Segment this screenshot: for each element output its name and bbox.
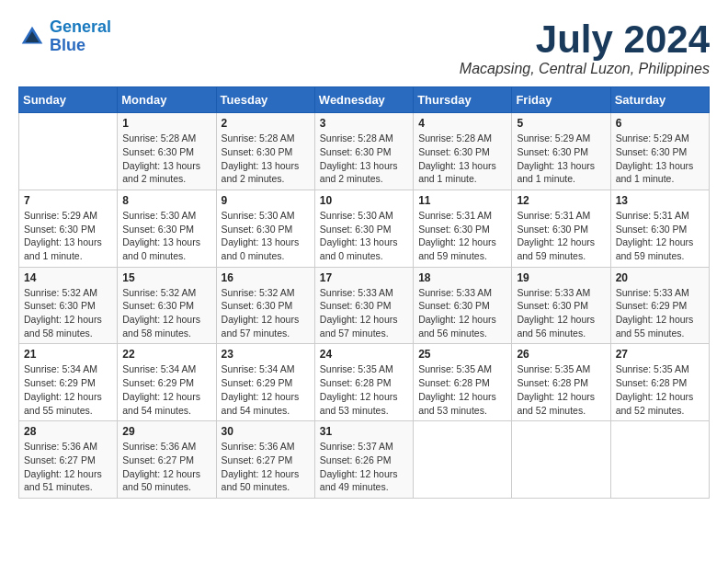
day-number: 29 — [122, 425, 210, 438]
calendar-cell: 27Sunrise: 5:35 AMSunset: 6:28 PMDayligh… — [610, 344, 709, 421]
calendar-cell: 29Sunrise: 5:36 AMSunset: 6:27 PMDayligh… — [118, 421, 216, 499]
day-number: 18 — [418, 271, 506, 284]
calendar-cell: 4Sunrise: 5:28 AMSunset: 6:30 PMDaylight… — [414, 113, 512, 190]
day-info: Sunrise: 5:33 AMSunset: 6:30 PMDaylight:… — [517, 286, 605, 340]
day-number: 31 — [320, 425, 408, 438]
day-number: 6 — [616, 117, 704, 130]
day-number: 5 — [517, 117, 605, 130]
day-number: 8 — [122, 194, 210, 207]
day-info: Sunrise: 5:32 AMSunset: 6:30 PMDaylight:… — [122, 286, 210, 340]
weekday-header-row: SundayMondayTuesdayWednesdayThursdayFrid… — [19, 87, 710, 113]
calendar-cell: 1Sunrise: 5:28 AMSunset: 6:30 PMDaylight… — [118, 113, 216, 190]
calendar-table: SundayMondayTuesdayWednesdayThursdayFrid… — [18, 86, 710, 499]
day-info: Sunrise: 5:33 AMSunset: 6:29 PMDaylight:… — [616, 286, 704, 340]
day-number: 28 — [24, 425, 112, 438]
calendar-cell — [610, 421, 709, 499]
calendar-cell: 3Sunrise: 5:28 AMSunset: 6:30 PMDaylight… — [314, 113, 413, 190]
calendar-cell: 28Sunrise: 5:36 AMSunset: 6:27 PMDayligh… — [19, 421, 118, 499]
day-info: Sunrise: 5:30 AMSunset: 6:30 PMDaylight:… — [320, 209, 408, 263]
calendar-cell: 10Sunrise: 5:30 AMSunset: 6:30 PMDayligh… — [314, 190, 413, 267]
day-info: Sunrise: 5:36 AMSunset: 6:27 PMDaylight:… — [222, 440, 310, 494]
weekday-header-thursday: Thursday — [414, 87, 512, 113]
page-header: General Blue July 2024 Macapsing, Centra… — [18, 18, 710, 77]
weekday-header-wednesday: Wednesday — [314, 87, 413, 113]
day-info: Sunrise: 5:36 AMSunset: 6:27 PMDaylight:… — [24, 440, 112, 494]
day-number: 25 — [418, 348, 506, 361]
day-number: 9 — [222, 194, 310, 207]
weekday-header-saturday: Saturday — [610, 87, 709, 113]
calendar-cell: 11Sunrise: 5:31 AMSunset: 6:30 PMDayligh… — [414, 190, 512, 267]
logo-icon — [18, 23, 46, 51]
day-info: Sunrise: 5:35 AMSunset: 6:28 PMDaylight:… — [320, 362, 408, 417]
month-title: July 2024 — [460, 18, 710, 61]
calendar-cell: 23Sunrise: 5:34 AMSunset: 6:29 PMDayligh… — [216, 344, 314, 421]
day-number: 4 — [418, 117, 506, 130]
day-info: Sunrise: 5:35 AMSunset: 6:28 PMDaylight:… — [517, 362, 605, 417]
calendar-cell — [512, 421, 610, 499]
day-info: Sunrise: 5:32 AMSunset: 6:30 PMDaylight:… — [222, 286, 310, 340]
logo-text: General Blue — [50, 18, 111, 55]
weekday-header-monday: Monday — [118, 87, 216, 113]
week-row-5: 28Sunrise: 5:36 AMSunset: 6:27 PMDayligh… — [19, 421, 710, 499]
day-number: 14 — [24, 271, 112, 284]
day-info: Sunrise: 5:34 AMSunset: 6:29 PMDaylight:… — [122, 362, 210, 417]
day-number: 27 — [616, 348, 704, 361]
day-info: Sunrise: 5:31 AMSunset: 6:30 PMDaylight:… — [418, 209, 506, 263]
day-number: 11 — [418, 194, 506, 207]
calendar-cell: 12Sunrise: 5:31 AMSunset: 6:30 PMDayligh… — [512, 190, 610, 267]
day-number: 17 — [320, 271, 408, 284]
day-number: 21 — [24, 348, 112, 361]
day-number: 1 — [122, 117, 210, 130]
location: Macapsing, Central Luzon, Philippines — [460, 61, 710, 77]
day-number: 20 — [616, 271, 704, 284]
calendar-cell: 15Sunrise: 5:32 AMSunset: 6:30 PMDayligh… — [118, 267, 216, 344]
day-number: 7 — [24, 194, 112, 207]
day-number: 24 — [320, 348, 408, 361]
day-number: 15 — [122, 271, 210, 284]
calendar-cell: 9Sunrise: 5:30 AMSunset: 6:30 PMDaylight… — [216, 190, 314, 267]
calendar-cell: 8Sunrise: 5:30 AMSunset: 6:30 PMDaylight… — [118, 190, 216, 267]
day-number: 22 — [122, 348, 210, 361]
calendar-cell — [19, 113, 118, 190]
week-row-1: 1Sunrise: 5:28 AMSunset: 6:30 PMDaylight… — [19, 113, 710, 190]
title-block: July 2024 Macapsing, Central Luzon, Phil… — [460, 18, 710, 77]
calendar-cell: 5Sunrise: 5:29 AMSunset: 6:30 PMDaylight… — [512, 113, 610, 190]
logo: General Blue — [18, 18, 111, 55]
day-number: 12 — [517, 194, 605, 207]
calendar-cell: 16Sunrise: 5:32 AMSunset: 6:30 PMDayligh… — [216, 267, 314, 344]
day-info: Sunrise: 5:34 AMSunset: 6:29 PMDaylight:… — [222, 362, 310, 417]
day-info: Sunrise: 5:28 AMSunset: 6:30 PMDaylight:… — [418, 132, 506, 186]
day-info: Sunrise: 5:29 AMSunset: 6:30 PMDaylight:… — [24, 209, 112, 263]
calendar-cell: 24Sunrise: 5:35 AMSunset: 6:28 PMDayligh… — [314, 344, 413, 421]
weekday-header-friday: Friday — [512, 87, 610, 113]
calendar-cell: 19Sunrise: 5:33 AMSunset: 6:30 PMDayligh… — [512, 267, 610, 344]
day-info: Sunrise: 5:29 AMSunset: 6:30 PMDaylight:… — [616, 132, 704, 186]
calendar-cell: 22Sunrise: 5:34 AMSunset: 6:29 PMDayligh… — [118, 344, 216, 421]
day-info: Sunrise: 5:34 AMSunset: 6:29 PMDaylight:… — [24, 362, 112, 417]
calendar-cell: 21Sunrise: 5:34 AMSunset: 6:29 PMDayligh… — [19, 344, 118, 421]
day-number: 16 — [222, 271, 310, 284]
calendar-body: 1Sunrise: 5:28 AMSunset: 6:30 PMDaylight… — [19, 113, 710, 499]
calendar-cell: 13Sunrise: 5:31 AMSunset: 6:30 PMDayligh… — [610, 190, 709, 267]
weekday-header-sunday: Sunday — [19, 87, 118, 113]
day-info: Sunrise: 5:28 AMSunset: 6:30 PMDaylight:… — [222, 132, 310, 186]
day-info: Sunrise: 5:37 AMSunset: 6:26 PMDaylight:… — [320, 440, 408, 494]
calendar-cell: 26Sunrise: 5:35 AMSunset: 6:28 PMDayligh… — [512, 344, 610, 421]
day-info: Sunrise: 5:28 AMSunset: 6:30 PMDaylight:… — [320, 132, 408, 186]
day-info: Sunrise: 5:31 AMSunset: 6:30 PMDaylight:… — [517, 209, 605, 263]
day-info: Sunrise: 5:36 AMSunset: 6:27 PMDaylight:… — [122, 440, 210, 494]
day-info: Sunrise: 5:33 AMSunset: 6:30 PMDaylight:… — [320, 286, 408, 340]
week-row-4: 21Sunrise: 5:34 AMSunset: 6:29 PMDayligh… — [19, 344, 710, 421]
week-row-3: 14Sunrise: 5:32 AMSunset: 6:30 PMDayligh… — [19, 267, 710, 344]
weekday-header-tuesday: Tuesday — [216, 87, 314, 113]
day-number: 19 — [517, 271, 605, 284]
day-info: Sunrise: 5:28 AMSunset: 6:30 PMDaylight:… — [122, 132, 210, 186]
day-info: Sunrise: 5:35 AMSunset: 6:28 PMDaylight:… — [616, 362, 704, 417]
calendar-cell: 17Sunrise: 5:33 AMSunset: 6:30 PMDayligh… — [314, 267, 413, 344]
day-number: 3 — [320, 117, 408, 130]
calendar-cell: 2Sunrise: 5:28 AMSunset: 6:30 PMDaylight… — [216, 113, 314, 190]
day-number: 30 — [222, 425, 310, 438]
calendar-cell: 25Sunrise: 5:35 AMSunset: 6:28 PMDayligh… — [414, 344, 512, 421]
day-number: 23 — [222, 348, 310, 361]
day-info: Sunrise: 5:32 AMSunset: 6:30 PMDaylight:… — [24, 286, 112, 340]
